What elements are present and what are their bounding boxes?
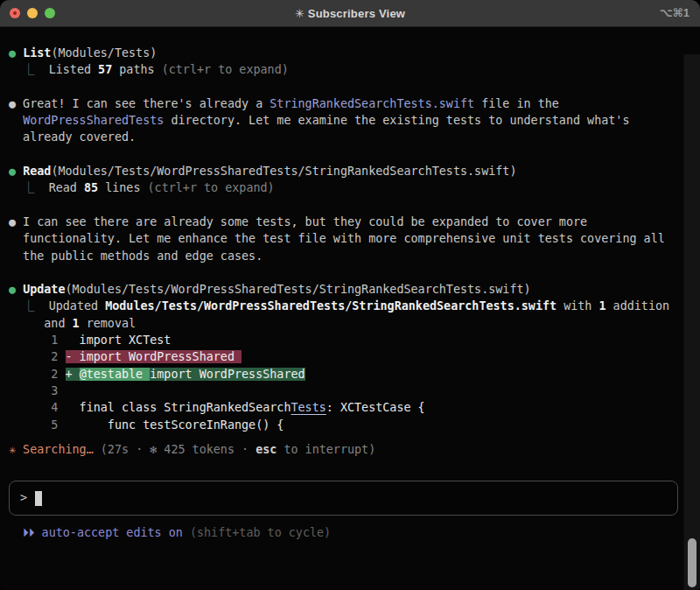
mode-indicator-line: ⏵⏵ auto-accept edits on (shift+tab to cy… [9,524,700,541]
terminal-line: the public methods and edge cases. [9,248,700,264]
text-segment: and [9,317,73,330]
terminal-line [9,79,700,95]
terminal-line: WordPressSharedTests directory. Let me e… [9,112,700,129]
terminal-line: 5 func testScoreInRange() { [9,417,700,433]
text-segment: ⎿ [9,299,49,313]
text-segment: the public methods and edge cases. [9,249,262,263]
text-segment: directory. Let me examine the existing t… [164,114,629,127]
text-segment: with [556,299,598,313]
text-segment: (Modules/Tests) [51,46,157,60]
terminal-line: 4 final class StringRankedSearchTests: X… [9,399,700,416]
text-segment: ✻ 425 tokens [150,443,242,456]
terminal-line: ● Update(Modules/Tests/WordPressSharedTe… [9,281,700,298]
text-segment: ● [9,165,23,178]
status-line: ✳ Searching… (27s · ✻ 425 tokens · esc t… [9,441,700,458]
terminal-line: already covered. [9,129,700,145]
text-segment: 57 [98,63,112,76]
text-cursor-block [35,491,42,506]
terminal-line: 3 [9,383,700,399]
text-segment: (shift+tab to cycle) [190,526,331,539]
text-segment: WordPressSharedTests [23,114,164,127]
text-segment: · [242,443,256,456]
text-segment: Update [23,283,65,296]
text-segment: 1 [9,334,58,347]
text-segment: Updated [49,299,106,313]
text-segment: (ctrl+r to expand) [162,63,289,76]
text-segment: · [136,443,150,456]
text-segment: 5 [9,418,58,432]
terminal-line: 2 - import WordPressShared [9,348,700,365]
scrollbar-track[interactable] [683,54,700,590]
terminal-line: and 1 removal [9,315,700,332]
text-segment: addition [606,299,670,313]
text-segment: paths [112,63,161,76]
text-segment: func testScoreInRange() { [58,418,284,432]
scrollbar-thumb[interactable] [688,538,696,587]
input-prompt: > [20,489,27,506]
text-segment: @testable [80,368,150,381]
text-segment: 4 [9,401,58,414]
text-segment: Tests [290,401,326,414]
text-segment: + [66,368,80,381]
terminal-line: ✳ Searching… (27s · ✻ 425 tokens · esc t… [9,441,700,458]
text-segment: Read [49,181,84,194]
text-segment: ● Great! I can see there's already a [9,97,270,110]
text-segment: esc [256,443,276,456]
terminal-line: ● Great! I can see there's already a Str… [9,95,700,112]
text-segment: ⎿ [9,181,49,194]
terminal-line [9,264,700,281]
text-segment: 3 [9,384,58,397]
terminal-line: ● Read(Modules/Tests/WordPressSharedTest… [9,163,700,179]
window-shortcut-badge: ⌥⌘1 [660,0,690,26]
terminal-line: ⎿ Updated Modules/Tests/WordPressSharedT… [9,298,700,314]
text-segment: 1 [598,299,606,313]
terminal-input[interactable]: > [9,481,678,516]
terminal-output: ● List(Modules/Tests) ⎿ Listed 57 paths … [9,45,700,433]
window-titlebar: ✳ Subscribers View ⌥⌘1 [0,0,700,27]
terminal-line [9,197,700,214]
terminal-line: 1 import XCTest [9,332,700,348]
terminal-line [9,146,700,163]
text-segment: import WordPressShared [150,368,304,381]
text-segment: (Modules/Tests/WordPressSharedTests/Stri… [66,283,531,296]
terminal-line: functionality. Let me enhance the test f… [9,230,700,247]
text-segment: - import WordPressShared [66,350,242,363]
text-segment: 85 [84,181,98,194]
text-segment: functionality. Let me enhance the test f… [9,232,665,245]
terminal-line: ⏵⏵ auto-accept edits on (shift+tab to cy… [9,524,700,541]
text-segment: (27s [101,443,136,456]
text-segment: auto-accept edits on [42,526,190,539]
text-segment: : XCTestCase { [326,401,425,414]
terminal-content: ● List(Modules/Tests) ⎿ Listed 57 paths … [0,27,700,590]
text-segment: 2 [9,368,66,381]
text-segment: ⏵⏵ [9,526,42,539]
text-segment: Listed [49,63,98,76]
text-segment: Modules/Tests/WordPressSharedTests/Strin… [105,299,556,313]
text-segment: to interrupt) [276,443,375,456]
terminal-line: ⎿ Listed 57 paths (ctrl+r to expand) [9,61,700,78]
text-segment: already covered. [9,130,136,144]
text-segment: List [23,46,51,60]
text-segment: ● [9,283,23,296]
text-segment: ● [9,46,23,60]
window-title: ✳ Subscribers View [0,7,700,20]
text-segment: 1 [73,317,80,330]
text-segment: 2 [9,350,66,363]
text-segment: Read [23,165,51,178]
text-segment: ⎿ [9,63,49,76]
terminal-line: ⎿ Read 85 lines (ctrl+r to expand) [9,179,700,196]
text-segment [9,114,23,127]
text-segment: (ctrl+r to expand) [148,181,275,194]
text-segment: import XCTest [58,334,171,347]
text-segment: file in the [474,97,559,110]
terminal-window: ✳ Subscribers View ⌥⌘1 ● List(Modules/Te… [0,0,700,590]
terminal-line: ● I can see there are already some tests… [9,214,700,230]
text-segment: lines [98,181,147,194]
text-segment: StringRankedSearchTests.swift [270,97,474,110]
text-segment: removal [80,317,136,330]
text-segment: final class StringRankedSearch [58,401,290,414]
text-segment: ✳ Searching… [9,443,101,456]
terminal-line: ● List(Modules/Tests) [9,45,700,61]
text-segment: ● I can see there are already some tests… [9,215,587,228]
terminal-line: 2 + @testable import WordPressShared [9,366,700,383]
